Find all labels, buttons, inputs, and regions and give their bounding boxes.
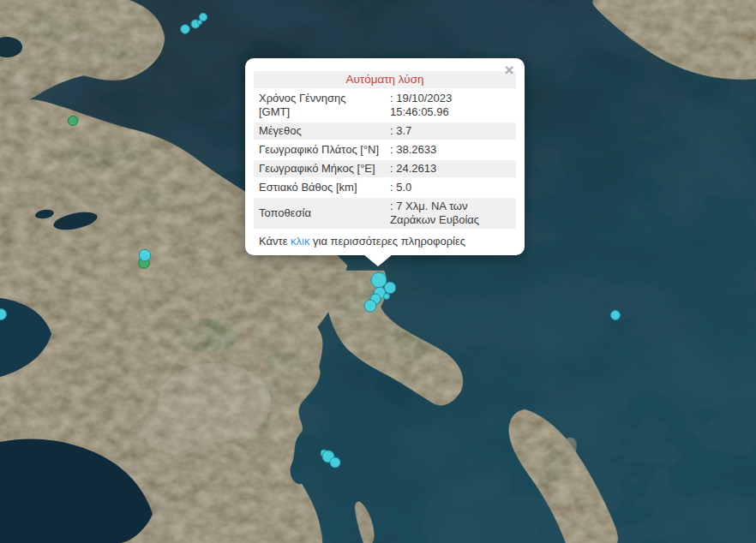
earthquake-marker[interactable] <box>181 25 190 34</box>
table-row: Μέγεθος : 3.7 <box>254 122 516 140</box>
more-info-link[interactable]: κλικ <box>291 235 309 248</box>
row-label-magnitude: Μέγεθος <box>254 122 385 140</box>
forest-patch <box>93 43 138 63</box>
earthquake-marker[interactable] <box>330 457 340 468</box>
forest-patch <box>175 319 240 353</box>
earthquake-marker[interactable] <box>199 13 207 21</box>
forest-patch <box>266 349 300 373</box>
row-label-latitude: Γεωγραφικό Πλάτος [°N] <box>254 141 385 158</box>
map-viewport: × Αυτόματη λύση Χρόνος Γέννησης [GMT] : … <box>0 0 756 543</box>
earthquake-details-table: Αυτόματη λύση Χρόνος Γέννησης [GMT] : 19… <box>254 69 516 230</box>
popup-tail-pointer <box>363 254 393 266</box>
forest-patch <box>67 139 139 170</box>
popup-title: Αυτόματη λύση <box>254 71 516 88</box>
forest-patch <box>133 187 184 211</box>
earthquake-marker[interactable] <box>611 311 621 320</box>
forest-patch <box>24 15 79 39</box>
table-row: Τοποθεσία : 7 Χλμ. ΝΑ των Ζαράκων Ευβοία… <box>254 198 516 229</box>
row-value-longitude: : 24.2613 <box>385 160 516 177</box>
earthquake-marker[interactable] <box>139 249 150 260</box>
row-value-depth: : 5.0 <box>385 179 516 196</box>
row-label-depth: Εστιακό Βάθος [km] <box>254 179 385 196</box>
earthquake-marker[interactable] <box>371 272 387 288</box>
table-row: Εστιακό Βάθος [km] : 5.0 <box>254 179 516 196</box>
row-value-magnitude: : 3.7 <box>385 122 516 140</box>
table-row: Γεωγραφικό Μήκος [°E] : 24.2613 <box>254 160 516 177</box>
close-icon[interactable]: × <box>501 63 517 78</box>
row-value-origin-time: : 19/10/2023 15:46:05.96 <box>385 90 516 121</box>
row-label-location: Τοποθεσία <box>254 198 385 229</box>
table-row: Χρόνος Γέννησης [GMT] : 19/10/2023 15:46… <box>254 90 516 121</box>
earthquake-marker[interactable] <box>69 116 78 126</box>
row-label-longitude: Γεωγραφικό Μήκος [°E] <box>254 160 385 177</box>
earthquake-popup: × Αυτόματη λύση Χρόνος Γέννησης [GMT] : … <box>245 58 525 255</box>
row-value-latitude: : 38.2633 <box>385 141 516 158</box>
urban-area-athens <box>142 406 214 454</box>
earthquake-marker[interactable] <box>384 294 390 300</box>
table-row: Γεωγραφικό Πλάτος [°N] : 38.2633 <box>254 141 516 158</box>
footer-text-suffix: για περισσότερες πληροφορίες <box>309 235 465 248</box>
popup-footer: Κάντε κλικ για περισσότερες πληροφορίες <box>259 235 516 248</box>
earthquake-marker[interactable] <box>364 300 376 312</box>
popup-title-row: Αυτόματη λύση <box>254 71 516 88</box>
earthquake-marker[interactable] <box>384 282 395 293</box>
row-label-origin-time: Χρόνος Γέννησης [GMT] <box>254 90 385 121</box>
footer-text-prefix: Κάντε <box>259 235 291 248</box>
row-value-location: : 7 Χλμ. ΝΑ των Ζαράκων Ευβοίας <box>385 198 516 229</box>
